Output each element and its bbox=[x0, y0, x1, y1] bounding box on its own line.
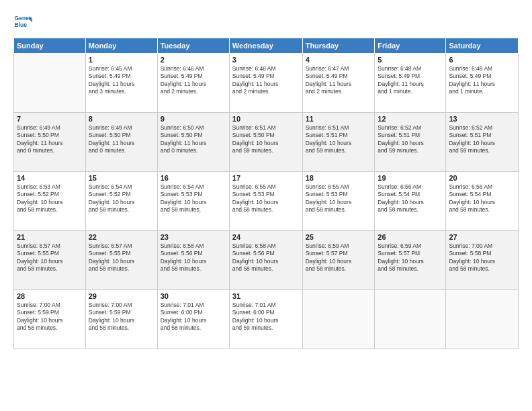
calendar-cell bbox=[302, 290, 375, 349]
day-number: 3 bbox=[232, 56, 300, 64]
day-info: Sunrise: 6:51 AM Sunset: 5:51 PM Dayligh… bbox=[306, 124, 372, 155]
day-number: 4 bbox=[306, 56, 372, 64]
day-info: Sunrise: 6:48 AM Sunset: 5:49 PM Dayligh… bbox=[449, 65, 515, 96]
day-number: 28 bbox=[17, 292, 83, 300]
day-info: Sunrise: 6:54 AM Sunset: 5:52 PM Dayligh… bbox=[89, 183, 154, 214]
calendar-cell: 22Sunrise: 6:57 AM Sunset: 5:55 PM Dayli… bbox=[85, 231, 157, 290]
day-number: 31 bbox=[232, 292, 300, 300]
day-number: 1 bbox=[89, 56, 154, 64]
day-info: Sunrise: 6:50 AM Sunset: 5:50 PM Dayligh… bbox=[161, 124, 226, 155]
logo: General Blue bbox=[13, 12, 32, 31]
day-info: Sunrise: 6:54 AM Sunset: 5:53 PM Dayligh… bbox=[161, 183, 226, 214]
day-number: 26 bbox=[378, 233, 443, 241]
day-info: Sunrise: 6:52 AM Sunset: 5:51 PM Dayligh… bbox=[449, 124, 515, 155]
day-number: 15 bbox=[89, 174, 154, 182]
col-header-sunday: Sunday bbox=[14, 38, 86, 54]
calendar-cell: 30Sunrise: 7:01 AM Sunset: 6:00 PM Dayli… bbox=[157, 290, 229, 349]
calendar-cell: 4Sunrise: 6:47 AM Sunset: 5:49 PM Daylig… bbox=[302, 54, 375, 113]
day-number: 8 bbox=[89, 115, 154, 123]
day-info: Sunrise: 7:00 AM Sunset: 5:59 PM Dayligh… bbox=[17, 302, 83, 332]
calendar-cell: 19Sunrise: 6:56 AM Sunset: 5:54 PM Dayli… bbox=[375, 172, 446, 231]
calendar-header-row: SundayMondayTuesdayWednesdayThursdayFrid… bbox=[14, 38, 519, 54]
col-header-tuesday: Tuesday bbox=[157, 38, 229, 54]
day-info: Sunrise: 6:46 AM Sunset: 5:49 PM Dayligh… bbox=[232, 65, 300, 96]
day-info: Sunrise: 6:45 AM Sunset: 5:49 PM Dayligh… bbox=[89, 65, 154, 96]
calendar-cell: 23Sunrise: 6:58 AM Sunset: 5:56 PM Dayli… bbox=[157, 231, 229, 290]
day-info: Sunrise: 6:49 AM Sunset: 5:50 PM Dayligh… bbox=[89, 124, 154, 155]
calendar-week-row: 7Sunrise: 6:49 AM Sunset: 5:50 PM Daylig… bbox=[14, 113, 519, 172]
day-info: Sunrise: 6:58 AM Sunset: 5:56 PM Dayligh… bbox=[232, 242, 300, 273]
day-number: 13 bbox=[449, 115, 515, 123]
day-number: 10 bbox=[232, 115, 300, 123]
col-header-thursday: Thursday bbox=[302, 38, 375, 54]
calendar-cell: 10Sunrise: 6:51 AM Sunset: 5:50 PM Dayli… bbox=[229, 113, 302, 172]
calendar-cell: 18Sunrise: 6:55 AM Sunset: 5:53 PM Dayli… bbox=[302, 172, 375, 231]
day-info: Sunrise: 6:57 AM Sunset: 5:55 PM Dayligh… bbox=[89, 242, 154, 273]
calendar-table: SundayMondayTuesdayWednesdayThursdayFrid… bbox=[13, 38, 519, 349]
calendar-cell bbox=[446, 290, 519, 349]
day-info: Sunrise: 6:53 AM Sunset: 5:52 PM Dayligh… bbox=[17, 183, 83, 214]
day-number: 5 bbox=[378, 56, 443, 64]
calendar-week-row: 1Sunrise: 6:45 AM Sunset: 5:49 PM Daylig… bbox=[14, 54, 519, 113]
calendar-week-row: 28Sunrise: 7:00 AM Sunset: 5:59 PM Dayli… bbox=[14, 290, 519, 349]
page-header: General Blue bbox=[13, 12, 519, 31]
logo-icon: General Blue bbox=[13, 12, 32, 31]
day-info: Sunrise: 6:59 AM Sunset: 5:57 PM Dayligh… bbox=[306, 242, 372, 273]
day-info: Sunrise: 6:51 AM Sunset: 5:50 PM Dayligh… bbox=[232, 124, 300, 155]
calendar-cell: 8Sunrise: 6:49 AM Sunset: 5:50 PM Daylig… bbox=[85, 113, 157, 172]
day-number: 12 bbox=[378, 115, 443, 123]
day-info: Sunrise: 7:00 AM Sunset: 5:59 PM Dayligh… bbox=[89, 302, 154, 332]
calendar-week-row: 14Sunrise: 6:53 AM Sunset: 5:52 PM Dayli… bbox=[14, 172, 519, 231]
day-number: 30 bbox=[161, 292, 226, 300]
day-number: 27 bbox=[449, 233, 515, 241]
day-number: 19 bbox=[378, 174, 443, 182]
calendar-cell: 16Sunrise: 6:54 AM Sunset: 5:53 PM Dayli… bbox=[157, 172, 229, 231]
calendar-cell: 2Sunrise: 6:46 AM Sunset: 5:49 PM Daylig… bbox=[157, 54, 229, 113]
col-header-saturday: Saturday bbox=[446, 38, 519, 54]
day-info: Sunrise: 6:59 AM Sunset: 5:57 PM Dayligh… bbox=[378, 242, 443, 273]
day-number: 16 bbox=[161, 174, 226, 182]
calendar-cell: 12Sunrise: 6:52 AM Sunset: 5:51 PM Dayli… bbox=[375, 113, 446, 172]
day-number: 11 bbox=[306, 115, 372, 123]
day-info: Sunrise: 6:52 AM Sunset: 5:51 PM Dayligh… bbox=[378, 124, 443, 155]
day-number: 20 bbox=[449, 174, 515, 182]
day-info: Sunrise: 6:46 AM Sunset: 5:49 PM Dayligh… bbox=[161, 65, 226, 96]
day-info: Sunrise: 6:57 AM Sunset: 5:55 PM Dayligh… bbox=[17, 242, 83, 273]
calendar-cell: 11Sunrise: 6:51 AM Sunset: 5:51 PM Dayli… bbox=[302, 113, 375, 172]
calendar-cell: 26Sunrise: 6:59 AM Sunset: 5:57 PM Dayli… bbox=[375, 231, 446, 290]
calendar-cell: 14Sunrise: 6:53 AM Sunset: 5:52 PM Dayli… bbox=[14, 172, 86, 231]
day-number: 17 bbox=[232, 174, 300, 182]
calendar-cell: 21Sunrise: 6:57 AM Sunset: 5:55 PM Dayli… bbox=[14, 231, 86, 290]
calendar-cell: 15Sunrise: 6:54 AM Sunset: 5:52 PM Dayli… bbox=[85, 172, 157, 231]
calendar-cell: 31Sunrise: 7:01 AM Sunset: 6:00 PM Dayli… bbox=[229, 290, 302, 349]
calendar-cell bbox=[375, 290, 446, 349]
col-header-wednesday: Wednesday bbox=[229, 38, 302, 54]
calendar-cell: 20Sunrise: 6:56 AM Sunset: 5:54 PM Dayli… bbox=[446, 172, 519, 231]
day-info: Sunrise: 7:01 AM Sunset: 6:00 PM Dayligh… bbox=[161, 302, 226, 332]
day-number: 7 bbox=[17, 115, 83, 123]
day-info: Sunrise: 6:56 AM Sunset: 5:54 PM Dayligh… bbox=[378, 183, 443, 214]
day-number: 2 bbox=[161, 56, 226, 64]
day-info: Sunrise: 6:49 AM Sunset: 5:50 PM Dayligh… bbox=[17, 124, 83, 155]
day-info: Sunrise: 6:56 AM Sunset: 5:54 PM Dayligh… bbox=[449, 183, 515, 214]
calendar-cell: 28Sunrise: 7:00 AM Sunset: 5:59 PM Dayli… bbox=[14, 290, 86, 349]
day-number: 9 bbox=[161, 115, 226, 123]
calendar-cell: 17Sunrise: 6:55 AM Sunset: 5:53 PM Dayli… bbox=[229, 172, 302, 231]
day-info: Sunrise: 6:58 AM Sunset: 5:56 PM Dayligh… bbox=[161, 242, 226, 273]
calendar-cell: 5Sunrise: 6:48 AM Sunset: 5:49 PM Daylig… bbox=[375, 54, 446, 113]
day-info: Sunrise: 6:55 AM Sunset: 5:53 PM Dayligh… bbox=[232, 183, 300, 214]
day-number: 6 bbox=[449, 56, 515, 64]
calendar-cell: 6Sunrise: 6:48 AM Sunset: 5:49 PM Daylig… bbox=[446, 54, 519, 113]
day-number: 22 bbox=[89, 233, 154, 241]
day-info: Sunrise: 7:00 AM Sunset: 5:58 PM Dayligh… bbox=[449, 242, 515, 273]
day-number: 29 bbox=[89, 292, 154, 300]
col-header-monday: Monday bbox=[85, 38, 157, 54]
day-info: Sunrise: 6:48 AM Sunset: 5:49 PM Dayligh… bbox=[378, 65, 443, 96]
calendar-cell bbox=[14, 54, 86, 113]
calendar-cell: 7Sunrise: 6:49 AM Sunset: 5:50 PM Daylig… bbox=[14, 113, 86, 172]
calendar-cell: 27Sunrise: 7:00 AM Sunset: 5:58 PM Dayli… bbox=[446, 231, 519, 290]
calendar-week-row: 21Sunrise: 6:57 AM Sunset: 5:55 PM Dayli… bbox=[14, 231, 519, 290]
day-info: Sunrise: 6:47 AM Sunset: 5:49 PM Dayligh… bbox=[306, 65, 372, 96]
day-number: 24 bbox=[232, 233, 300, 241]
col-header-friday: Friday bbox=[375, 38, 446, 54]
